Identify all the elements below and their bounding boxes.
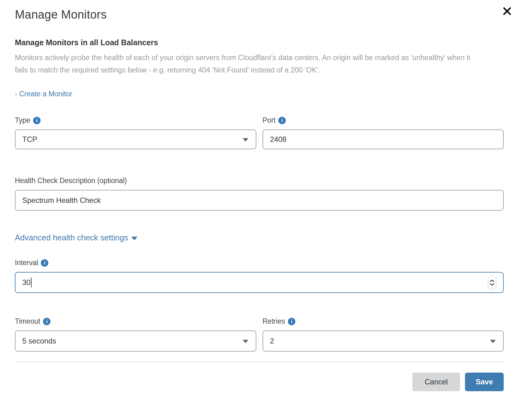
port-input-value: 2408 <box>270 135 286 144</box>
description-label: Health Check Description (optional) <box>15 177 504 185</box>
info-icon[interactable]: i <box>43 318 50 325</box>
interval-input-value: 30 <box>22 278 31 287</box>
footer-actions: Cancel Save <box>15 373 504 391</box>
triangle-down-icon <box>131 237 137 240</box>
interval-label: Interval i <box>15 259 504 267</box>
chevron-down-icon <box>490 283 494 286</box>
timeout-select[interactable]: 5 seconds <box>15 330 256 352</box>
manage-monitors-modal: Manage Monitors Manage Monitors in all L… <box>15 8 504 391</box>
chevron-down-icon <box>490 340 496 343</box>
chevron-down-icon <box>243 138 248 142</box>
port-label: Port i <box>263 116 504 125</box>
info-icon[interactable]: i <box>288 318 295 325</box>
retries-select[interactable]: 2 <box>263 330 504 352</box>
number-stepper[interactable] <box>488 275 496 290</box>
create-monitor-link[interactable]: - Create a Monitor <box>15 90 72 98</box>
description-input-value: Spectrum Health Check <box>22 196 101 205</box>
info-icon[interactable]: i <box>41 259 48 267</box>
timeout-label: Timeout i <box>15 317 256 326</box>
chevron-up-icon <box>490 279 494 282</box>
port-field-group: Port i 2408 <box>263 116 504 149</box>
description-field-group: Health Check Description (optional) Spec… <box>15 177 504 211</box>
text-cursor <box>31 278 32 287</box>
interval-input[interactable]: 30 <box>15 272 504 293</box>
type-field-group: Type i TCP <box>15 116 256 149</box>
timeout-select-value: 5 seconds <box>22 337 56 345</box>
type-select-value: TCP <box>22 135 37 144</box>
health-check-description-input[interactable]: Spectrum Health Check <box>15 190 504 211</box>
type-select[interactable]: TCP <box>15 129 256 149</box>
timeout-retries-row: Timeout i 5 seconds Retries i 2 <box>15 317 504 352</box>
modal-title: Manage Monitors <box>15 8 504 21</box>
info-icon[interactable]: i <box>33 117 41 124</box>
interval-field-group: Interval i 30 <box>15 259 504 293</box>
footer-divider <box>15 361 504 362</box>
type-port-row: Type i TCP Port i 2408 <box>15 116 504 149</box>
info-icon[interactable]: i <box>278 117 286 124</box>
advanced-settings-toggle[interactable]: Advanced health check settings <box>15 233 137 243</box>
timeout-field-group: Timeout i 5 seconds <box>15 317 256 352</box>
save-button[interactable]: Save <box>465 373 504 391</box>
section-description: Monitors actively probe the health of ea… <box>15 51 481 76</box>
cancel-button[interactable]: Cancel <box>412 373 460 391</box>
retries-select-value: 2 <box>270 337 274 345</box>
chevron-down-icon <box>243 340 248 343</box>
close-icon <box>502 7 512 17</box>
retries-label: Retries i <box>263 317 504 326</box>
type-label: Type i <box>15 116 256 125</box>
port-input[interactable]: 2408 <box>263 129 504 149</box>
section-heading: Manage Monitors in all Load Balancers <box>15 38 504 47</box>
retries-field-group: Retries i 2 <box>263 317 504 352</box>
